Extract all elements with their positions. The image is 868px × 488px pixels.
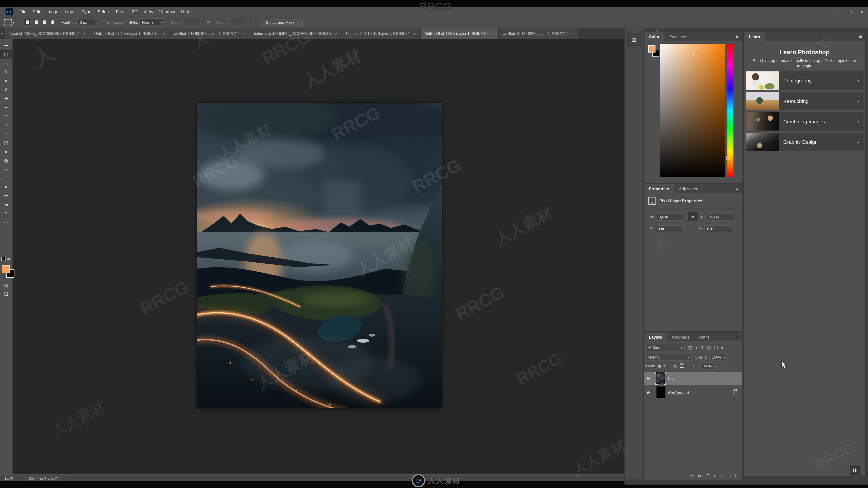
lasso-tool[interactable]: ◡ bbox=[0, 59, 12, 68]
crop-tool[interactable]: ⌗ bbox=[0, 77, 12, 86]
clone-stamp-tool[interactable]: ⊓ bbox=[0, 112, 12, 121]
layer-height-input[interactable]: 4,5 in bbox=[707, 213, 736, 221]
tab-channels[interactable]: Channels bbox=[667, 332, 694, 341]
quick-mask-button[interactable]: ◍ bbox=[0, 282, 12, 289]
link-dimensions-icon[interactable]: ∞ bbox=[688, 212, 698, 221]
active-tool-icon[interactable] bbox=[4, 19, 12, 25]
minimize-button[interactable]: – bbox=[832, 7, 844, 17]
lock-transparency-icon[interactable]: ▦ bbox=[657, 364, 661, 368]
filter-shape-layers-icon[interactable]: ▢ bbox=[707, 345, 711, 350]
layer-style-icon[interactable]: fx. bbox=[698, 474, 703, 477]
gradient-tool[interactable]: ▧ bbox=[0, 139, 12, 148]
visibility-eye-icon[interactable]: ◉ bbox=[644, 386, 653, 399]
filter-adjustment-layers-icon[interactable]: ◐ bbox=[695, 345, 698, 350]
layer-name[interactable]: Background bbox=[668, 390, 689, 394]
close-icon[interactable]: ✕ bbox=[162, 31, 165, 36]
foreground-color-swatch[interactable] bbox=[2, 265, 10, 273]
menu-edit[interactable]: Edit bbox=[33, 9, 40, 14]
close-icon[interactable]: ✕ bbox=[335, 31, 338, 36]
lock-position-icon[interactable]: ✛ bbox=[669, 364, 672, 368]
spot-healing-brush-tool[interactable]: ✚ bbox=[0, 95, 12, 103]
menu-image[interactable]: Image bbox=[46, 9, 59, 14]
layer-thumbnail[interactable] bbox=[656, 373, 665, 384]
learn-item-combining-images[interactable]: Combining Images› bbox=[746, 112, 864, 131]
selection-new-button[interactable] bbox=[24, 19, 31, 26]
close-icon[interactable]: ✕ bbox=[413, 31, 416, 36]
close-icon[interactable]: ✕ bbox=[572, 31, 575, 36]
pen-tool[interactable]: ✑ bbox=[0, 165, 12, 174]
learn-item-photography[interactable]: Photography› bbox=[746, 71, 864, 90]
adjustment-layer-icon[interactable]: ◐ bbox=[714, 473, 716, 478]
layer-filter-select[interactable]: ⚲ Kind ▾ bbox=[646, 344, 685, 351]
zoom-level-field[interactable]: 100% bbox=[4, 476, 13, 480]
panel-menu-icon[interactable]: ≡ bbox=[732, 332, 742, 341]
menu-type[interactable]: Type bbox=[82, 9, 92, 14]
document-tab[interactable]: Untitled-1 @ 9310% (Layer 1, RGB/8*) *✕ bbox=[170, 28, 250, 39]
tab-adjustments[interactable]: Adjustments bbox=[674, 184, 707, 193]
close-icon[interactable]: ✕ bbox=[491, 31, 494, 36]
document-tab[interactable]: before.psd @ 16.9% (_DSC7805.NEF, RGB/8*… bbox=[250, 28, 342, 39]
add-layer-mask-icon[interactable]: ⊡ bbox=[706, 473, 710, 478]
fill-input[interactable]: 100%▾ bbox=[701, 362, 717, 370]
eraser-tool[interactable]: ▱ bbox=[0, 130, 12, 139]
close-icon[interactable]: ✕ bbox=[243, 31, 246, 36]
delete-layer-icon[interactable]: ▯ bbox=[735, 473, 737, 478]
opacity-input[interactable]: 100%▾ bbox=[710, 353, 727, 360]
tab-swatches[interactable]: Swatches bbox=[664, 32, 692, 41]
selection-intersect-button[interactable] bbox=[50, 19, 56, 25]
style-select[interactable]: Normal▾ bbox=[140, 18, 165, 26]
panel-menu-icon[interactable]: ≡ bbox=[732, 184, 742, 193]
close-icon[interactable]: ✕ bbox=[83, 31, 86, 36]
layer-width-input[interactable]: 3,6 in bbox=[656, 213, 685, 221]
history-brush-tool[interactable]: ↺ bbox=[0, 121, 12, 130]
filter-smart-objects-icon[interactable]: ❒ bbox=[714, 345, 718, 350]
move-tool[interactable]: ✛ bbox=[0, 41, 12, 50]
lock-artboard-icon[interactable]: ⊞ bbox=[674, 364, 677, 368]
filter-toggle-icon[interactable]: ● bbox=[721, 345, 723, 350]
zoom-tool[interactable]: ⚲ bbox=[0, 209, 12, 219]
visibility-eye-icon[interactable]: ◉ bbox=[644, 372, 653, 385]
edit-toolbar-button[interactable]: ⋯ bbox=[0, 219, 12, 227]
path-selection-tool[interactable]: ➤ bbox=[0, 183, 12, 192]
filter-type-layers-icon[interactable]: T bbox=[701, 345, 704, 350]
selection-subtract-button[interactable] bbox=[41, 19, 48, 25]
type-tool[interactable]: T bbox=[0, 174, 12, 183]
pause-button[interactable] bbox=[850, 466, 860, 475]
tab-color[interactable]: Color bbox=[644, 32, 664, 41]
layer-name[interactable]: Layer 1 bbox=[668, 377, 681, 380]
tab-overflow-icon[interactable]: » bbox=[1, 31, 4, 36]
swap-colors-icon[interactable]: ⇄ bbox=[1, 256, 11, 262]
document-tab[interactable]: Untitled-8 @ 25.2% (Layer 1, RGB/8*) *✕ bbox=[90, 28, 170, 39]
tool-preset-arrow-icon[interactable]: ▾ bbox=[13, 20, 14, 24]
document-image[interactable] bbox=[197, 103, 442, 408]
hue-slider-marker[interactable] bbox=[726, 157, 730, 161]
tab-paths[interactable]: Paths bbox=[694, 332, 715, 341]
new-layer-icon[interactable]: ❑ bbox=[727, 473, 731, 478]
filter-pixel-layers-icon[interactable]: ▤ bbox=[688, 345, 692, 350]
menu-filter[interactable]: Filter bbox=[116, 9, 126, 14]
canvas-area[interactable] bbox=[13, 39, 624, 474]
status-chevron-icon[interactable]: › bbox=[68, 476, 69, 480]
layer-row-layer-1[interactable]: ◉ Layer 1 bbox=[644, 372, 742, 386]
document-tab[interactable]: 7.psd @ 100% (_DSC7805.NEF, RGB/8*) *✕ bbox=[5, 28, 90, 39]
tab-layers[interactable]: Layers bbox=[644, 332, 667, 341]
tab-learn[interactable]: Learn bbox=[744, 32, 765, 41]
history-panel-icon[interactable]: ▤ bbox=[627, 33, 641, 46]
select-and-mask-button[interactable]: Select and Mask... bbox=[261, 19, 303, 26]
document-tab-active[interactable]: Untitled-9 @ 100% (Layer 1, RGB/8*) *✕ bbox=[421, 28, 499, 39]
document-tab[interactable]: Untitled-9 @ 100% (Layer 1, RGB/8*) *✕ bbox=[342, 28, 421, 39]
new-group-icon[interactable]: ❏ bbox=[720, 473, 724, 478]
learn-item-retouching[interactable]: Retouching› bbox=[746, 92, 864, 110]
panel-menu-icon[interactable]: ≡ bbox=[856, 32, 865, 41]
foreground-color-swatch[interactable] bbox=[648, 45, 655, 53]
hand-tool[interactable]: ☚ bbox=[0, 201, 12, 209]
feather-input[interactable]: 0 px bbox=[78, 19, 95, 26]
blur-tool[interactable]: ● bbox=[0, 148, 12, 157]
screen-mode-button[interactable]: ❏ bbox=[0, 290, 12, 298]
quick-selection-tool[interactable]: ✎ bbox=[0, 68, 12, 77]
restore-button[interactable]: ❐ bbox=[843, 7, 856, 17]
layer-thumbnail[interactable] bbox=[656, 387, 665, 398]
menu-select[interactable]: Select bbox=[98, 9, 110, 14]
rectangular-marquee-tool[interactable]: ▢ bbox=[0, 50, 12, 59]
dodge-tool[interactable]: ◎ bbox=[0, 157, 12, 165]
